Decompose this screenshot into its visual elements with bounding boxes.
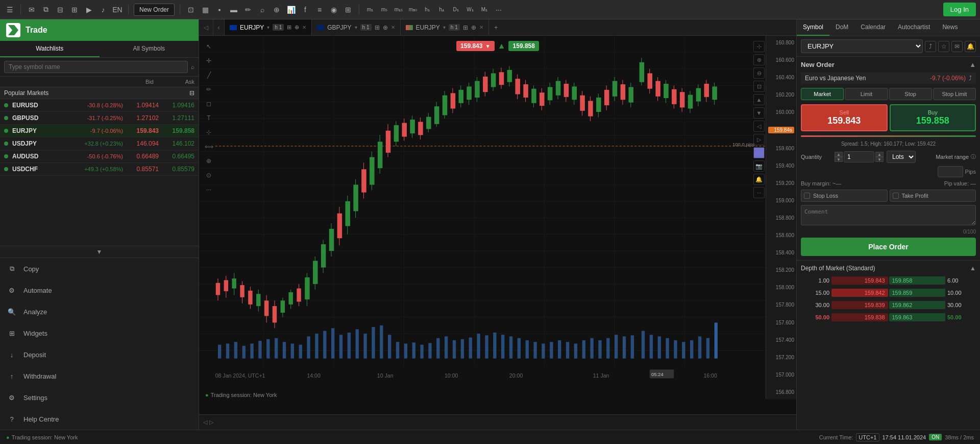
monitor-icon[interactable]: ⊡ bbox=[185, 4, 197, 15]
nav-item-widgets[interactable]: ⊞ Widgets bbox=[0, 322, 199, 344]
w1-icon[interactable]: W₁ bbox=[464, 4, 476, 15]
crosshair-right-icon[interactable]: ⊹ bbox=[753, 41, 765, 52]
search-icon[interactable]: ⌕ bbox=[257, 4, 268, 15]
m1-icon[interactable]: m₁ bbox=[364, 4, 376, 15]
tab-dom[interactable]: DoM bbox=[829, 19, 854, 36]
chart-scroll-right[interactable]: ▷ bbox=[209, 419, 213, 426]
chart-settings-icon[interactable]: ⊞ bbox=[463, 24, 468, 31]
market-row-gbpusd[interactable]: GBPUSD -31.7 (-0.25%) 1.27102 1.27111 bbox=[0, 112, 199, 125]
lots-select[interactable]: Lots bbox=[887, 151, 916, 163]
tab-symbol[interactable]: Symbol bbox=[797, 19, 829, 36]
mn1-icon[interactable]: M₁ bbox=[479, 4, 490, 15]
chart-link-icon[interactable]: ⊕ bbox=[471, 24, 476, 31]
more-icon[interactable]: ··· bbox=[493, 4, 504, 15]
fit-icon[interactable]: ⊡ bbox=[753, 81, 765, 92]
dom-price-sell-2[interactable]: 159.842 bbox=[831, 289, 888, 297]
scroll-up-icon[interactable]: ▲ bbox=[753, 94, 765, 105]
zoom-in-icon[interactable]: ⊕ bbox=[753, 54, 765, 65]
pips-input[interactable] bbox=[938, 166, 963, 177]
nav-item-analyze[interactable]: 🔍 Analyze bbox=[0, 301, 199, 322]
chart-scroll-left[interactable]: ◁ bbox=[203, 419, 207, 426]
scroll-down-button[interactable]: ▼ bbox=[0, 246, 199, 258]
tab-news[interactable]: News bbox=[936, 19, 964, 36]
sell-button[interactable]: Sell 159.843 bbox=[801, 104, 888, 131]
tab-calendar[interactable]: Calendar bbox=[854, 19, 892, 36]
tile-icon[interactable]: ▪ bbox=[214, 4, 225, 15]
symbol-search-input[interactable] bbox=[4, 61, 188, 73]
eye-icon[interactable]: ◉ bbox=[328, 4, 339, 15]
timezone[interactable]: UTC+1 bbox=[856, 433, 879, 441]
qty-up[interactable]: ▲ bbox=[835, 152, 843, 157]
window-icon[interactable]: ⊟ bbox=[55, 4, 66, 15]
nav-item-deposit[interactable]: ↓ Deposit bbox=[0, 344, 199, 365]
chart-tab-eurjpy-2[interactable]: EURJPY ▾ h 1 ⊞ ⊕ ✕ bbox=[401, 19, 489, 36]
email-icon[interactable]: ✉ bbox=[26, 4, 37, 15]
right-icon[interactable]: ▷ bbox=[753, 134, 765, 145]
left-icon[interactable]: ◁ bbox=[753, 121, 765, 132]
grid-icon[interactable]: ⊞ bbox=[69, 4, 80, 15]
layers-icon[interactable]: ≡ bbox=[314, 4, 325, 15]
tab-all-symbols[interactable]: All Symbols bbox=[100, 41, 199, 57]
chart-settings-icon[interactable]: ⊞ bbox=[287, 24, 291, 31]
chart-link-icon[interactable]: ⊕ bbox=[295, 24, 299, 31]
notification-icon[interactable]: 🔔 bbox=[965, 41, 976, 52]
dom-price-sell-3[interactable]: 159.839 bbox=[831, 301, 888, 309]
chart-tab-eurjpy-1[interactable]: EURJPY ▾ h 1 ⊞ ⊕ ✕ bbox=[225, 19, 312, 36]
lang-icon[interactable]: EN bbox=[112, 4, 123, 15]
info-icon[interactable]: ⓘ bbox=[971, 153, 976, 160]
chart-link-icon[interactable]: ⊕ bbox=[383, 24, 388, 31]
search2-icon[interactable]: ⊕ bbox=[271, 4, 282, 15]
collapse-icon[interactable]: ▲ bbox=[969, 61, 976, 68]
copy-icon[interactable]: ⧉ bbox=[40, 4, 52, 15]
quantity-input[interactable] bbox=[844, 151, 874, 162]
order-type-stop-limit[interactable]: Stop Limit bbox=[933, 88, 976, 100]
tab-close-gbpjpy[interactable]: ✕ bbox=[391, 25, 395, 30]
h1-icon[interactable]: h₁ bbox=[422, 4, 433, 15]
market-row-eurusd[interactable]: EURUSD -30.8 (-0.28%) 1.09414 1.09416 bbox=[0, 99, 199, 112]
buy-button[interactable]: Buy 159.858 bbox=[890, 104, 976, 131]
email-alert-icon[interactable]: ✉ bbox=[951, 41, 963, 52]
candlestick-chart[interactable]: 08 Jan 2024, UTC+1 14:00 10 Jan 10:00 20… bbox=[199, 36, 766, 389]
chart-settings-icon[interactable]: ⊞ bbox=[375, 24, 380, 31]
facebook-icon[interactable]: f bbox=[300, 4, 311, 15]
qty-down2[interactable]: ▼ bbox=[875, 157, 884, 162]
chart-icon[interactable]: ▬ bbox=[228, 4, 239, 15]
chart2-icon[interactable]: ⊞ bbox=[342, 4, 354, 15]
qty-stepper[interactable]: ▲ ▼ bbox=[835, 152, 843, 162]
tab-watchlists[interactable]: Watchlists bbox=[0, 41, 100, 57]
order-type-stop[interactable]: Stop bbox=[889, 88, 932, 100]
nav-item-help[interactable]: ? Help Centre bbox=[0, 408, 199, 430]
market-row-usdchf[interactable]: USDCHF +49.3 (+0.58%) 0.85571 0.85579 bbox=[0, 163, 199, 176]
tools-icon[interactable]: ✏ bbox=[242, 4, 254, 15]
zoom-out-icon[interactable]: ⊖ bbox=[753, 67, 765, 79]
take-profit-toggle[interactable]: Take Profit bbox=[890, 190, 976, 202]
login-button[interactable]: Log In bbox=[943, 3, 976, 16]
qty-down[interactable]: ▼ bbox=[835, 157, 843, 162]
nav-item-withdrawal[interactable]: ↑ Withdrawal bbox=[0, 365, 199, 387]
symbol-dropdown[interactable]: EURJPY bbox=[801, 39, 923, 53]
m5-icon[interactable]: m₅ bbox=[379, 4, 390, 15]
indicator-icon[interactable]: 📊 bbox=[285, 4, 297, 15]
d1-icon[interactable]: D₁ bbox=[450, 4, 461, 15]
dom-collapse-icon[interactable]: ▲ bbox=[970, 265, 976, 272]
favorite-icon[interactable]: ☆ bbox=[938, 41, 949, 52]
tp-checkbox[interactable] bbox=[893, 193, 899, 199]
menu-icon[interactable]: ☰ bbox=[4, 4, 15, 15]
order-type-limit[interactable]: Limit bbox=[845, 88, 888, 100]
new-order-button[interactable]: New Order bbox=[134, 4, 175, 16]
dom-price-buy-3[interactable]: 159.862 bbox=[889, 301, 946, 309]
h4-icon[interactable]: h₄ bbox=[436, 4, 447, 15]
place-order-button[interactable]: Place Order bbox=[801, 238, 976, 256]
stop-loss-toggle[interactable]: Stop Loss bbox=[801, 190, 888, 202]
dom-price-buy-2[interactable]: 159.859 bbox=[889, 289, 946, 297]
share-icon[interactable]: ⤴ bbox=[925, 41, 936, 52]
nav-item-copy[interactable]: ⧉ Copy bbox=[0, 258, 199, 279]
order-type-market[interactable]: Market bbox=[801, 88, 844, 100]
more-icon[interactable]: ··· bbox=[753, 187, 765, 198]
popular-markets-group[interactable]: Popular Markets ⊟ bbox=[0, 87, 199, 99]
bell-icon[interactable]: 🔔 bbox=[753, 174, 765, 185]
tab-autochartist[interactable]: Autochartist bbox=[892, 19, 936, 36]
scroll-down-icon[interactable]: ▼ bbox=[753, 107, 765, 119]
video-icon[interactable]: ▶ bbox=[83, 4, 94, 15]
color-icon[interactable] bbox=[753, 147, 765, 158]
